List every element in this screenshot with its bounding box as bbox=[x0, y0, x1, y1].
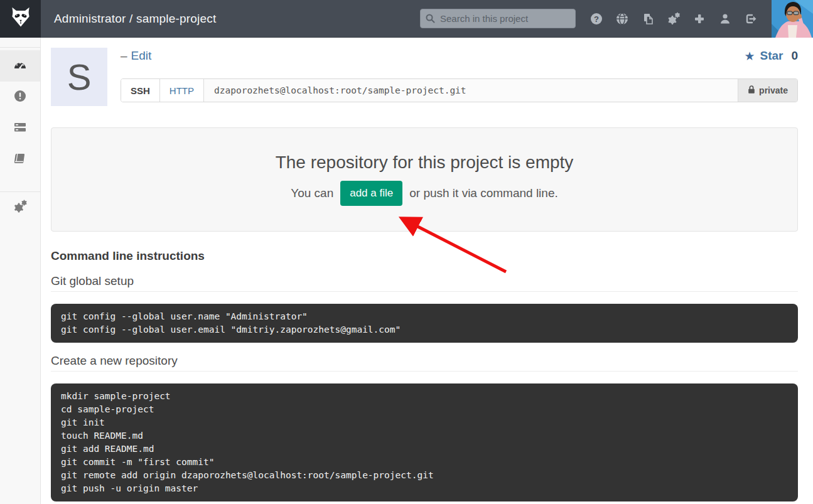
edit-dash: – bbox=[121, 49, 127, 63]
globe-icon[interactable] bbox=[609, 6, 635, 31]
admin-gears-icon[interactable] bbox=[660, 6, 686, 31]
list-bars-icon bbox=[14, 122, 26, 136]
create-repository-heading: Create a new repository bbox=[51, 354, 798, 372]
star-count[interactable]: 0 bbox=[791, 49, 798, 63]
empty-repository-panel: The repository for this project is empty… bbox=[51, 127, 798, 232]
cli-instructions-heading: Command line instructions bbox=[51, 249, 798, 263]
star-button[interactable]: ★ Star 0 bbox=[744, 49, 798, 63]
gitlab-logo[interactable] bbox=[0, 0, 41, 38]
sign-out-icon[interactable] bbox=[738, 6, 763, 31]
sidebar-item-project-home[interactable] bbox=[0, 50, 40, 82]
gears-icon bbox=[13, 199, 28, 217]
gitlab-project-page: Administrator / sample-project ? bbox=[0, 0, 813, 504]
project-avatar[interactable]: S bbox=[51, 48, 107, 106]
search-input[interactable] bbox=[420, 9, 576, 28]
app-header: Administrator / sample-project ? bbox=[0, 0, 813, 38]
sidebar-item-activity[interactable] bbox=[0, 113, 40, 144]
project-header: S – Edit ★ Star 0 SSH HTTP dzaporozhets@… bbox=[51, 48, 798, 106]
help-icon[interactable]: ? bbox=[583, 6, 609, 31]
user-icon[interactable] bbox=[712, 6, 738, 31]
lock-icon bbox=[748, 85, 755, 96]
visibility-badge: private bbox=[738, 79, 797, 102]
sidebar-item-wiki[interactable] bbox=[0, 144, 40, 176]
search-box bbox=[420, 9, 576, 28]
header-nav: ? bbox=[583, 6, 763, 31]
gauge-icon bbox=[13, 58, 27, 73]
clone-url-bar: SSH HTTP dzaporozhets@localhost:root/sam… bbox=[121, 78, 798, 102]
page-title: Administrator / sample-project bbox=[54, 12, 216, 26]
fox-logo-icon bbox=[8, 5, 33, 33]
empty-repo-subtext: You can add a file or push it via comman… bbox=[51, 181, 797, 206]
clone-url-field[interactable]: dzaporozhets@localhost:root/sample-proje… bbox=[203, 79, 738, 102]
sidebar-item-issues[interactable] bbox=[0, 82, 40, 113]
edit-link[interactable]: Edit bbox=[131, 49, 152, 63]
exclamation-circle-icon bbox=[14, 90, 26, 105]
user-avatar[interactable] bbox=[772, 0, 813, 38]
ssh-protocol-button[interactable]: SSH bbox=[121, 79, 159, 102]
git-global-setup-heading: Git global setup bbox=[51, 274, 798, 292]
empty-repo-posttext: or push it via command line. bbox=[409, 186, 558, 200]
empty-repo-title: The repository for this project is empty bbox=[51, 153, 797, 173]
star-label: Star bbox=[760, 49, 783, 63]
add-file-button[interactable]: add a file bbox=[340, 181, 402, 206]
http-protocol-button[interactable]: HTTP bbox=[159, 79, 203, 102]
visibility-label: private bbox=[759, 85, 788, 95]
compact-sidebar bbox=[0, 38, 41, 504]
git-global-setup-code: git config --global user.name "Administr… bbox=[51, 304, 798, 343]
copy-icon[interactable] bbox=[635, 6, 660, 31]
create-repository-code: mkdir sample-project cd sample-project g… bbox=[51, 383, 798, 501]
main-content: S – Edit ★ Star 0 SSH HTTP dzaporozhets@… bbox=[41, 38, 813, 504]
svg-text:?: ? bbox=[594, 14, 599, 23]
sidebar-item-settings[interactable] bbox=[0, 192, 40, 223]
plus-icon[interactable] bbox=[686, 6, 712, 31]
star-icon: ★ bbox=[744, 49, 755, 63]
empty-repo-pretext: You can bbox=[291, 186, 333, 200]
book-icon bbox=[14, 153, 26, 168]
